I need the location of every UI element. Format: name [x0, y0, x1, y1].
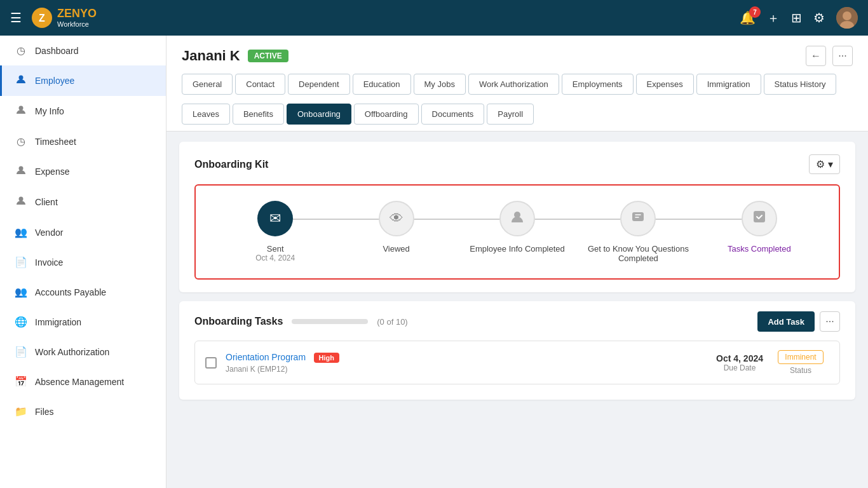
svg-rect-10 [632, 212, 644, 221]
topnav-right: 🔔 7 ＋ ⊞ ⚙ [740, 7, 858, 29]
main-layout: ◷ Dashboard Employee My Info ◷ Timesheet… [0, 36, 868, 488]
logo-text-zeyo: ZENY [57, 8, 88, 20]
logo: Z ZENYO Workforce [31, 6, 97, 29]
sidebar-item-label: Absence Management [35, 377, 124, 387]
onboarding-kit-settings-button[interactable]: ⚙ ▾ [809, 154, 840, 174]
sidebar-item-absence-management[interactable]: 📅 Absence Management [0, 367, 166, 396]
sidebar-item-label: Accounts Payable [35, 287, 106, 297]
sidebar-item-label: Client [35, 197, 58, 207]
tab-work-authorization[interactable]: Work Authorization [468, 74, 559, 95]
notification-bell[interactable]: 🔔 7 [740, 10, 756, 25]
tasks-progress-bar [292, 319, 368, 324]
sidebar-item-files[interactable]: 📁 Files [0, 396, 166, 426]
vendor-icon: 👥 [15, 226, 27, 238]
add-icon[interactable]: ＋ [767, 10, 780, 27]
sidebar-item-label: Dashboard [35, 46, 79, 56]
tab-status-history[interactable]: Status History [764, 74, 837, 95]
tab-general[interactable]: General [182, 74, 233, 95]
topnav-left: ☰ Z ZENYO Workforce [10, 6, 97, 29]
gear-icon: ⚙ [816, 158, 825, 170]
tasks-header: Onboarding Tasks (0 of 10) Add Task ··· [194, 311, 840, 332]
sidebar-item-immigration[interactable]: 🌐 Immigration [0, 307, 166, 337]
notification-badge: 7 [749, 6, 761, 18]
tasks-actions: Add Task ··· [757, 311, 840, 332]
tasks-more-button[interactable]: ··· [820, 311, 840, 332]
tab-documents[interactable]: Documents [421, 104, 485, 125]
sidebar-item-accounts-payable[interactable]: 👥 Accounts Payable [0, 277, 166, 307]
tab-onboarding[interactable]: Onboarding [287, 104, 351, 125]
tab-myjobs[interactable]: My Jobs [414, 74, 466, 95]
tab-payroll[interactable]: Payroll [487, 104, 534, 125]
tab-benefits[interactable]: Benefits [233, 104, 284, 125]
header-actions: ← ··· [806, 46, 853, 66]
svg-text:Z: Z [39, 13, 45, 24]
timesheet-icon: ◷ [15, 135, 27, 147]
employee-title-row: Janani K ACTIVE ← ··· [182, 46, 853, 74]
empinfo-icon [510, 210, 524, 227]
tab-employments[interactable]: Employments [562, 74, 634, 95]
onboarding-kit-title: Onboarding Kit [194, 159, 268, 170]
content-header: Janani K ACTIVE ← ··· General Contact De… [166, 36, 868, 132]
tasks-label: Tasks Completed [728, 244, 791, 254]
topnav: ☰ Z ZENYO Workforce 🔔 7 ＋ ⊞ ⚙ [0, 0, 868, 36]
svg-point-7 [19, 166, 24, 171]
tab-education[interactable]: Education [353, 74, 411, 95]
tasks-circle [742, 201, 777, 236]
status-badge: ACTIVE [248, 50, 288, 62]
dashboard-icon: ◷ [15, 44, 27, 57]
tab-row: General Contact Dependent Education My J… [182, 74, 853, 131]
timeline-step-employee-info: Employee Info Completed [457, 201, 578, 254]
sidebar-item-timesheet[interactable]: ◷ Timesheet [0, 126, 166, 156]
empinfo-circle [499, 201, 535, 236]
tab-immigration[interactable]: Immigration [696, 74, 761, 95]
sidebar-item-invoice[interactable]: 📄 Invoice [0, 247, 166, 277]
content-area: Janani K ACTIVE ← ··· General Contact De… [166, 36, 868, 488]
sidebar-item-label: Timesheet [35, 137, 76, 147]
add-task-button[interactable]: Add Task [757, 311, 815, 332]
sidebar-item-myinfo[interactable]: My Info [0, 96, 166, 126]
gettoknow-icon [631, 210, 645, 227]
task-due-date: Oct 4, 2024 [716, 353, 763, 363]
task-checkbox[interactable] [205, 357, 217, 369]
svg-point-6 [19, 106, 24, 111]
sidebar-item-expense[interactable]: Expense [0, 156, 166, 187]
invoice-icon: 📄 [15, 256, 27, 268]
tab-dependent[interactable]: Dependent [288, 74, 350, 95]
viewed-icon: 👁 [390, 210, 403, 227]
sidebar-item-vendor[interactable]: 👥 Vendor [0, 217, 166, 247]
client-icon [15, 196, 27, 208]
sidebar-item-client[interactable]: Client [0, 187, 166, 217]
hamburger-icon[interactable]: ☰ [10, 10, 22, 25]
myinfo-icon [15, 105, 27, 118]
tab-offboarding[interactable]: Offboarding [354, 104, 419, 125]
employee-icon [15, 74, 27, 87]
sent-icon: ✉ [269, 210, 281, 227]
task-row: Orientation Program High Janani K (EMP12… [194, 341, 840, 384]
tab-contact[interactable]: Contact [235, 74, 285, 95]
avatar[interactable] [836, 7, 858, 29]
tab-leaves[interactable]: Leaves [182, 104, 230, 125]
tab-expenses[interactable]: Expenses [636, 74, 694, 95]
employee-name: Janani K [182, 48, 240, 64]
timeline-step-tasks-completed: Tasks Completed [699, 201, 820, 254]
settings-icon[interactable]: ⚙ [813, 10, 825, 25]
sidebar-item-label: Invoice [35, 257, 63, 268]
task-date-wrap: Oct 4, 2024 Due Date [716, 353, 763, 372]
task-status-badge: Imminent [778, 350, 823, 364]
sidebar-item-dashboard[interactable]: ◷ Dashboard [0, 36, 166, 65]
grid-icon[interactable]: ⊞ [791, 10, 802, 25]
logo-workforce: Workforce [57, 20, 97, 28]
timeline-step-get-to-know: Get to Know You Questions Completed [578, 201, 698, 263]
back-button[interactable]: ← [806, 46, 826, 66]
task-name[interactable]: Orientation Program [226, 352, 306, 362]
task-info: Orientation Program High Janani K (EMP12… [226, 351, 707, 374]
sidebar-item-employee[interactable]: Employee [0, 65, 166, 96]
logo-o: O [88, 8, 97, 20]
sidebar-item-work-authorization[interactable]: 📄 Work Authorization [0, 337, 166, 367]
more-options-button[interactable]: ··· [832, 46, 853, 66]
tasks-title: Onboarding Tasks [194, 316, 283, 327]
viewed-label: Viewed [383, 244, 409, 254]
sidebar-item-label: Work Authorization [35, 347, 109, 357]
expense-icon [15, 165, 27, 178]
work-auth-icon: 📄 [15, 346, 27, 358]
